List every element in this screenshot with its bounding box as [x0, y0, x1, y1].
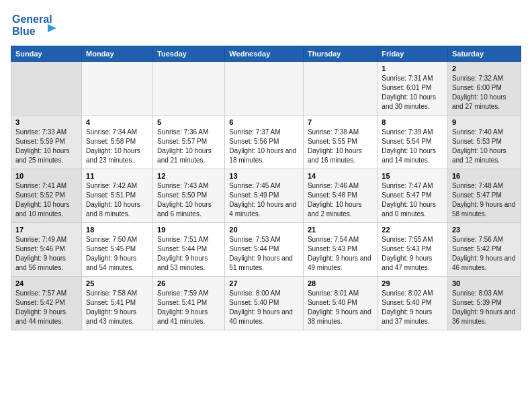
day-number: 10 [15, 172, 77, 180]
day-info: Sunrise: 7:36 AM Sunset: 5:57 PM Dayligh… [157, 128, 220, 165]
week-row-2: 10Sunrise: 7:41 AM Sunset: 5:52 PM Dayli… [11, 169, 521, 223]
day-cell: 2Sunrise: 7:32 AM Sunset: 6:00 PM Daylig… [447, 62, 521, 116]
day-number: 1 [382, 64, 443, 73]
day-info: Sunrise: 7:49 AM Sunset: 5:46 PM Dayligh… [15, 235, 77, 273]
week-row-4: 24Sunrise: 7:57 AM Sunset: 5:42 PM Dayli… [11, 277, 521, 330]
day-number: 6 [229, 118, 299, 126]
day-cell: 30Sunrise: 8:03 AM Sunset: 5:39 PM Dayli… [447, 277, 521, 330]
day-cell: 24Sunrise: 7:57 AM Sunset: 5:42 PM Dayli… [11, 277, 82, 330]
day-number: 27 [229, 279, 299, 287]
day-info: Sunrise: 7:51 AM Sunset: 5:44 PM Dayligh… [157, 235, 220, 273]
day-info: Sunrise: 7:56 AM Sunset: 5:42 PM Dayligh… [452, 235, 517, 273]
day-cell: 25Sunrise: 7:58 AM Sunset: 5:41 PM Dayli… [82, 277, 153, 330]
day-info: Sunrise: 7:58 AM Sunset: 5:41 PM Dayligh… [86, 289, 148, 326]
day-number: 28 [308, 279, 373, 287]
day-number: 3 [15, 118, 77, 126]
day-info: Sunrise: 7:37 AM Sunset: 5:56 PM Dayligh… [229, 128, 299, 165]
day-info: Sunrise: 7:50 AM Sunset: 5:45 PM Dayligh… [86, 235, 148, 273]
day-number: 18 [86, 226, 148, 234]
day-number: 5 [157, 118, 220, 126]
day-number: 19 [157, 226, 220, 234]
day-info: Sunrise: 7:46 AM Sunset: 5:48 PM Dayligh… [308, 181, 373, 219]
day-info: Sunrise: 7:47 AM Sunset: 5:47 PM Dayligh… [382, 181, 443, 219]
day-number: 20 [229, 226, 299, 234]
day-number: 23 [452, 226, 517, 234]
day-cell: 28Sunrise: 8:01 AM Sunset: 5:40 PM Dayli… [303, 277, 377, 330]
day-cell: 1Sunrise: 7:31 AM Sunset: 6:01 PM Daylig… [378, 62, 448, 116]
day-cell: 19Sunrise: 7:51 AM Sunset: 5:44 PM Dayli… [153, 223, 225, 277]
day-info: Sunrise: 7:39 AM Sunset: 5:54 PM Dayligh… [382, 128, 443, 165]
day-cell: 13Sunrise: 7:45 AM Sunset: 5:49 PM Dayli… [225, 169, 304, 223]
day-cell: 12Sunrise: 7:43 AM Sunset: 5:50 PM Dayli… [153, 169, 225, 223]
logo-icon: GeneralBlue [11, 11, 58, 38]
day-info: Sunrise: 7:31 AM Sunset: 6:01 PM Dayligh… [382, 74, 443, 111]
day-info: Sunrise: 7:40 AM Sunset: 5:53 PM Dayligh… [452, 128, 517, 165]
day-info: Sunrise: 7:45 AM Sunset: 5:49 PM Dayligh… [229, 181, 299, 219]
day-number: 15 [382, 172, 443, 180]
day-cell: 21Sunrise: 7:54 AM Sunset: 5:43 PM Dayli… [303, 223, 377, 277]
day-info: Sunrise: 7:59 AM Sunset: 5:41 PM Dayligh… [157, 289, 220, 326]
day-cell: 7Sunrise: 7:38 AM Sunset: 5:55 PM Daylig… [303, 116, 377, 169]
day-number: 13 [229, 172, 299, 180]
header-cell-sunday: Sunday [11, 46, 82, 62]
day-info: Sunrise: 7:33 AM Sunset: 5:59 PM Dayligh… [15, 128, 77, 165]
day-info: Sunrise: 8:03 AM Sunset: 5:39 PM Dayligh… [452, 289, 517, 326]
day-number: 25 [86, 279, 148, 287]
header-cell-saturday: Saturday [447, 46, 521, 62]
calendar-body: 1Sunrise: 7:31 AM Sunset: 6:01 PM Daylig… [11, 62, 521, 330]
svg-text:Blue: Blue [12, 26, 36, 37]
day-number: 8 [382, 118, 443, 126]
calendar-header: SundayMondayTuesdayWednesdayThursdayFrid… [11, 46, 521, 62]
header-row: SundayMondayTuesdayWednesdayThursdayFrid… [11, 46, 521, 62]
day-number: 11 [86, 172, 148, 180]
day-info: Sunrise: 8:00 AM Sunset: 5:40 PM Dayligh… [229, 289, 299, 326]
svg-marker-2 [48, 24, 56, 32]
day-cell [11, 62, 82, 116]
day-number: 17 [15, 226, 77, 234]
day-number: 24 [15, 279, 77, 287]
calendar-table: SundayMondayTuesdayWednesdayThursdayFrid… [11, 46, 521, 330]
logo: GeneralBlue [11, 11, 58, 38]
header-cell-thursday: Thursday [303, 46, 377, 62]
day-info: Sunrise: 7:57 AM Sunset: 5:42 PM Dayligh… [15, 289, 77, 326]
day-info: Sunrise: 7:32 AM Sunset: 6:00 PM Dayligh… [452, 74, 517, 111]
day-cell: 11Sunrise: 7:42 AM Sunset: 5:51 PM Dayli… [82, 169, 153, 223]
day-info: Sunrise: 7:38 AM Sunset: 5:55 PM Dayligh… [308, 128, 373, 165]
week-row-1: 3Sunrise: 7:33 AM Sunset: 5:59 PM Daylig… [11, 116, 521, 169]
day-cell: 5Sunrise: 7:36 AM Sunset: 5:57 PM Daylig… [153, 116, 225, 169]
day-cell: 8Sunrise: 7:39 AM Sunset: 5:54 PM Daylig… [378, 116, 448, 169]
day-info: Sunrise: 7:43 AM Sunset: 5:50 PM Dayligh… [157, 181, 220, 219]
day-number: 12 [157, 172, 220, 180]
day-cell: 10Sunrise: 7:41 AM Sunset: 5:52 PM Dayli… [11, 169, 82, 223]
page-header: GeneralBlue [11, 11, 521, 38]
day-info: Sunrise: 7:42 AM Sunset: 5:51 PM Dayligh… [86, 181, 148, 219]
day-number: 4 [86, 118, 148, 126]
day-number: 30 [452, 279, 517, 287]
day-cell: 6Sunrise: 7:37 AM Sunset: 5:56 PM Daylig… [225, 116, 304, 169]
day-info: Sunrise: 8:01 AM Sunset: 5:40 PM Dayligh… [308, 289, 373, 326]
day-number: 7 [308, 118, 373, 126]
day-info: Sunrise: 7:34 AM Sunset: 5:58 PM Dayligh… [86, 128, 148, 165]
day-cell: 20Sunrise: 7:53 AM Sunset: 5:44 PM Dayli… [225, 223, 304, 277]
day-info: Sunrise: 7:41 AM Sunset: 5:52 PM Dayligh… [15, 181, 77, 219]
day-info: Sunrise: 7:48 AM Sunset: 5:47 PM Dayligh… [452, 181, 517, 219]
day-cell: 22Sunrise: 7:55 AM Sunset: 5:43 PM Dayli… [378, 223, 448, 277]
day-info: Sunrise: 7:53 AM Sunset: 5:44 PM Dayligh… [229, 235, 299, 273]
day-cell: 17Sunrise: 7:49 AM Sunset: 5:46 PM Dayli… [11, 223, 82, 277]
day-cell: 23Sunrise: 7:56 AM Sunset: 5:42 PM Dayli… [447, 223, 521, 277]
day-cell [225, 62, 304, 116]
day-cell: 14Sunrise: 7:46 AM Sunset: 5:48 PM Dayli… [303, 169, 377, 223]
header-cell-tuesday: Tuesday [153, 46, 225, 62]
day-cell: 18Sunrise: 7:50 AM Sunset: 5:45 PM Dayli… [82, 223, 153, 277]
day-cell [82, 62, 153, 116]
week-row-3: 17Sunrise: 7:49 AM Sunset: 5:46 PM Dayli… [11, 223, 521, 277]
day-cell [303, 62, 377, 116]
day-cell: 27Sunrise: 8:00 AM Sunset: 5:40 PM Dayli… [225, 277, 304, 330]
header-cell-monday: Monday [82, 46, 153, 62]
day-info: Sunrise: 7:54 AM Sunset: 5:43 PM Dayligh… [308, 235, 373, 273]
day-number: 2 [452, 64, 517, 73]
day-cell: 4Sunrise: 7:34 AM Sunset: 5:58 PM Daylig… [82, 116, 153, 169]
day-cell: 9Sunrise: 7:40 AM Sunset: 5:53 PM Daylig… [447, 116, 521, 169]
day-cell: 15Sunrise: 7:47 AM Sunset: 5:47 PM Dayli… [378, 169, 448, 223]
day-number: 9 [452, 118, 517, 126]
